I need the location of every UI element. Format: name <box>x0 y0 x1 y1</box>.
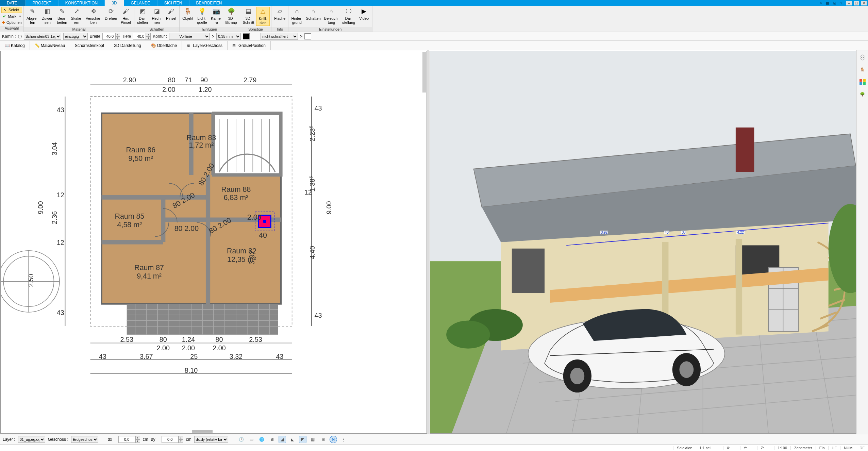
tab-2d-darstellung[interactable]: 2D Darstellung <box>109 41 146 50</box>
beleuchtung-button[interactable]: ⌂Beleuch- tung <box>323 7 340 25</box>
tab-oberflaeche[interactable]: 🎨Oberfläche <box>146 41 182 50</box>
brush2-icon: 🖌 <box>167 7 175 16</box>
tiefe-down[interactable]: ▼ <box>146 36 151 40</box>
shade4-icon[interactable]: ▦ <box>309 436 317 443</box>
verschieben-button[interactable]: ✥Verschie- ben <box>84 7 103 25</box>
help-icon[interactable]: ? <box>839 1 844 5</box>
circle-icon: ◯ <box>18 34 22 38</box>
plants-panel-icon[interactable]: 🌳 <box>859 90 866 98</box>
minimize-icon[interactable]: – <box>846 1 852 5</box>
tiefe-up[interactable]: ▲ <box>146 33 151 36</box>
shade2-icon[interactable]: ◣ <box>289 436 296 443</box>
abgreifen-button[interactable]: ✎Abgrei- fen <box>25 7 40 25</box>
objekt-button[interactable]: 🪑Objekt <box>181 7 195 21</box>
tab-layer[interactable]: ≋Layer/Geschoss <box>182 41 228 50</box>
menu-konstruktion[interactable]: KONSTRUKTION <box>59 0 105 6</box>
close-icon[interactable]: × <box>861 1 867 5</box>
pane-2d[interactable]: Raum 86 9,50 m² Raum 83 1,72 m² Raum 88 … <box>0 51 427 434</box>
menu-projekt[interactable]: PROJEKT <box>26 0 58 6</box>
dy-spinner[interactable]: ▲▼ <box>162 436 183 443</box>
screen-icon[interactable]: 🖥 <box>268 436 276 443</box>
tab-katalog[interactable]: 📖Katalog <box>0 41 30 50</box>
nav-icon[interactable]: N <box>330 436 337 443</box>
color-swatch-black[interactable] <box>243 33 250 39</box>
kamera-button[interactable]: 📷Kame- ra <box>210 7 223 25</box>
breite-input[interactable] <box>102 33 115 40</box>
flaeche-button[interactable]: ▱Fläche <box>273 7 287 21</box>
d3schnitt-button[interactable]: ⬓3D- Schnitt <box>241 7 256 25</box>
kamin-select[interactable]: Schornstein03 1zg. <box>24 33 61 40</box>
dy-down[interactable]: ▼ <box>179 439 183 443</box>
status-uf: UF <box>828 446 840 450</box>
globe-icon[interactable]: 🌐 <box>258 436 266 443</box>
dx-down[interactable]: ▼ <box>135 439 140 443</box>
tiefe-input[interactable] <box>133 33 146 40</box>
svg-text:43: 43 <box>276 353 283 360</box>
menu-gelaende[interactable]: GELÄNDE <box>124 0 157 6</box>
hinpinsel-button[interactable]: 🖌Hin. Pinsel <box>119 7 133 25</box>
tool-icon-1[interactable]: ✎ <box>818 1 823 5</box>
layers-panel-icon[interactable] <box>859 54 866 61</box>
mark-button[interactable]: ✔Mark.▼ <box>1 14 22 19</box>
menu-bearbeiten[interactable]: BEARBEITEN <box>189 0 229 6</box>
section-icon: ⬓ <box>245 7 253 16</box>
pane-3d[interactable]: 3.92 40 38 4.22 <box>430 51 856 434</box>
tab-groesse[interactable]: ⊞Größe/Position <box>228 41 271 50</box>
lichtquelle-button[interactable]: 💡Licht- quelle <box>195 7 209 25</box>
breite-up[interactable]: ▲ <box>115 33 120 36</box>
menu-datei[interactable]: DATEI <box>0 0 26 6</box>
color-swatch-white[interactable] <box>304 33 311 39</box>
dim3d-2: 40 <box>664 231 669 234</box>
dx-input[interactable] <box>118 436 135 443</box>
darstellen-button[interactable]: ◩Dar- stellen <box>136 7 149 25</box>
tiefe-spinner[interactable]: ▲▼ <box>133 33 151 40</box>
dicke-select[interactable]: 0,35 mm <box>216 33 241 40</box>
geschoss-select[interactable]: Erdgeschos <box>71 436 98 443</box>
clock-icon[interactable]: 🕐 <box>238 436 245 443</box>
dy-up[interactable]: ▲ <box>179 436 183 439</box>
dy-input[interactable] <box>162 436 179 443</box>
schraffur-select[interactable]: nicht schraffiert <box>261 33 298 40</box>
tab-masse[interactable]: 📏Maße/Niveau <box>30 41 70 50</box>
darstellung-button[interactable]: 🖵Dar- stellung <box>341 7 356 25</box>
breite-label: Breite <box>90 34 100 39</box>
skalieren-button[interactable]: ⤢Skalie- ren <box>69 7 84 25</box>
menu-dots-icon[interactable]: ⋮ <box>340 436 347 443</box>
breite-down[interactable]: ▼ <box>115 36 120 40</box>
tab-schornsteinkopf[interactable]: Schornsteinkopf <box>70 41 109 50</box>
menu-sichten[interactable]: SICHTEN <box>157 0 189 6</box>
drehen-button[interactable]: ⟳Drehen <box>103 7 118 21</box>
tool-icon-3[interactable]: ⎘ <box>832 1 837 5</box>
pinsel-button[interactable]: 🖌Pinsel <box>164 7 178 21</box>
zuweisen-button[interactable]: ◧Zuwei- sen <box>40 7 54 25</box>
kollision-button[interactable]: ⚠Kolli- sion <box>256 7 270 26</box>
selekt-button[interactable]: ↖Selekt <box>1 7 22 13</box>
select-mode-icon[interactable]: ▭ <box>248 436 255 443</box>
dx-up[interactable]: ▲ <box>135 436 140 439</box>
shade3-icon[interactable]: ◤ <box>299 436 306 443</box>
dx-spinner[interactable]: ▲▼ <box>118 436 140 443</box>
layer-select[interactable]: 01_ug,eg,og <box>18 436 45 443</box>
grid-icon[interactable]: ⊞ <box>319 436 327 443</box>
zug-select[interactable]: einzügig <box>63 33 88 40</box>
coord-mode-select[interactable]: dx,dy (relativ ka <box>194 436 228 443</box>
schatten-einst-button[interactable]: ⌂Schatten <box>304 7 322 21</box>
maximize-icon[interactable]: □ <box>854 1 859 5</box>
property-bar: Kamin : ◯ Schornstein03 1zg. einzügig Br… <box>0 32 868 41</box>
colors-panel-icon[interactable] <box>859 78 866 86</box>
d3bitmap-button[interactable]: 🌳3D- Bitmap <box>224 7 238 25</box>
video-button[interactable]: ▶Video <box>357 7 371 21</box>
menu-3d[interactable]: 3D <box>105 0 124 6</box>
svg-text:6,83 m²: 6,83 m² <box>224 194 249 202</box>
kontur-select[interactable]: —— Volllinie <box>169 33 210 40</box>
furniture-panel-icon[interactable]: 🪑 <box>859 66 866 73</box>
shade1-icon[interactable]: ◢ <box>279 436 286 443</box>
pane-divider[interactable] <box>427 50 429 434</box>
h-scroll-2d[interactable] <box>192 430 213 433</box>
optionen-button[interactable]: ✚Optionen <box>1 20 22 25</box>
rechnen-button[interactable]: ◪Rech- nen <box>150 7 164 25</box>
breite-spinner[interactable]: ▲▼ <box>102 33 120 40</box>
bearbeiten-button[interactable]: ✎Bear- beiten <box>55 7 69 25</box>
tool-icon-2[interactable]: ▦ <box>825 1 830 5</box>
hintergrund-button[interactable]: ⌂Hinter- grund <box>290 7 304 25</box>
